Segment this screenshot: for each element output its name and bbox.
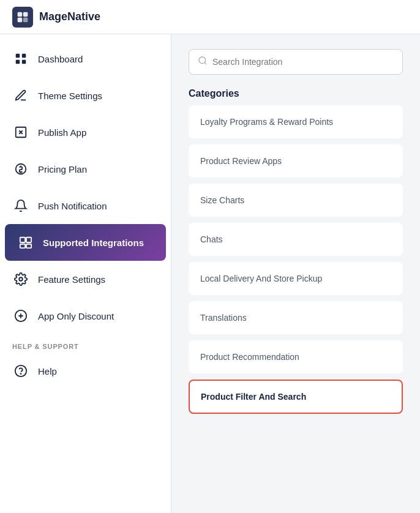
- sidebar-scroll: Dashboard Theme Settings: [0, 34, 171, 513]
- category-list: Loyalty Programs & Reward PointsProduct …: [189, 105, 403, 414]
- category-item-translations[interactable]: Translations: [189, 301, 403, 334]
- category-item-local-delivery[interactable]: Local Delivery And Store Pickup: [189, 262, 403, 295]
- sidebar-item-help[interactable]: Help: [0, 353, 171, 389]
- content-area: Categories Loyalty Programs & Reward Poi…: [171, 34, 420, 513]
- svg-line-19: [204, 62, 206, 64]
- logo-box: [12, 7, 33, 28]
- category-item-product-filter[interactable]: Product Filter And Search: [189, 380, 403, 414]
- publish-icon: [12, 124, 29, 141]
- category-item-product-recommendation[interactable]: Product Recommendation: [189, 340, 403, 373]
- search-bar[interactable]: [189, 49, 403, 75]
- dashboard-icon: [12, 50, 29, 67]
- help-section-label: HELP & SUPPORT: [0, 334, 171, 353]
- sidebar-item-feature-settings[interactable]: Feature Settings: [0, 261, 171, 298]
- category-item-product-review[interactable]: Product Review Apps: [189, 144, 403, 178]
- svg-rect-0: [18, 12, 23, 17]
- discount-icon: [12, 307, 29, 324]
- svg-rect-7: [22, 60, 26, 64]
- sidebar-item-pricing-plan[interactable]: Pricing Plan: [0, 151, 171, 187]
- categories-label: Categories: [189, 88, 403, 99]
- category-item-loyalty[interactable]: Loyalty Programs & Reward Points: [189, 105, 403, 138]
- category-item-chats[interactable]: Chats: [189, 223, 403, 256]
- svg-rect-6: [16, 60, 20, 64]
- sidebar-label-publish: Publish App: [38, 127, 86, 138]
- svg-point-14: [19, 277, 23, 281]
- sidebar-label-pricing: Pricing Plan: [38, 164, 87, 174]
- sidebar-item-dashboard[interactable]: Dashboard: [0, 40, 171, 77]
- sidebar: Dashboard Theme Settings: [0, 34, 171, 513]
- svg-rect-12: [20, 244, 25, 248]
- feature-icon: [12, 271, 29, 288]
- svg-rect-3: [23, 17, 28, 22]
- pricing-icon: [12, 160, 29, 178]
- sidebar-item-supported-integrations[interactable]: Supported Integrations: [5, 224, 166, 261]
- sidebar-item-push-notification[interactable]: Push Notification: [0, 187, 171, 224]
- sidebar-label-feature: Feature Settings: [38, 274, 105, 285]
- svg-point-18: [199, 57, 206, 64]
- bell-icon: [12, 197, 29, 214]
- sidebar-label-push: Push Notification: [38, 201, 107, 211]
- svg-rect-11: [26, 238, 31, 242]
- category-item-size-charts[interactable]: Size Charts: [189, 184, 403, 217]
- sidebar-item-theme-settings[interactable]: Theme Settings: [0, 77, 171, 114]
- search-icon: [198, 56, 208, 68]
- svg-rect-5: [22, 54, 26, 58]
- brand-name: MageNative: [39, 10, 100, 23]
- sidebar-label-dashboard: Dashboard: [38, 54, 83, 64]
- search-input[interactable]: [212, 57, 394, 67]
- sidebar-label-discount: App Only Discount: [38, 311, 114, 321]
- sidebar-item-publish-app[interactable]: Publish App: [0, 114, 171, 151]
- svg-rect-10: [20, 238, 25, 242]
- help-icon: [12, 362, 29, 380]
- main-layout: Dashboard Theme Settings: [0, 34, 420, 513]
- svg-rect-2: [18, 17, 23, 22]
- header: MageNative: [0, 0, 420, 34]
- svg-rect-4: [16, 54, 20, 58]
- svg-rect-13: [26, 244, 31, 248]
- theme-icon: [12, 87, 29, 104]
- integrations-icon: [17, 234, 34, 251]
- sidebar-label-integrations: Supported Integrations: [43, 238, 144, 248]
- sidebar-item-app-only-discount[interactable]: App Only Discount: [0, 298, 171, 334]
- sidebar-label-help: Help: [38, 366, 57, 376]
- svg-rect-1: [23, 12, 28, 17]
- sidebar-label-theme: Theme Settings: [38, 91, 102, 101]
